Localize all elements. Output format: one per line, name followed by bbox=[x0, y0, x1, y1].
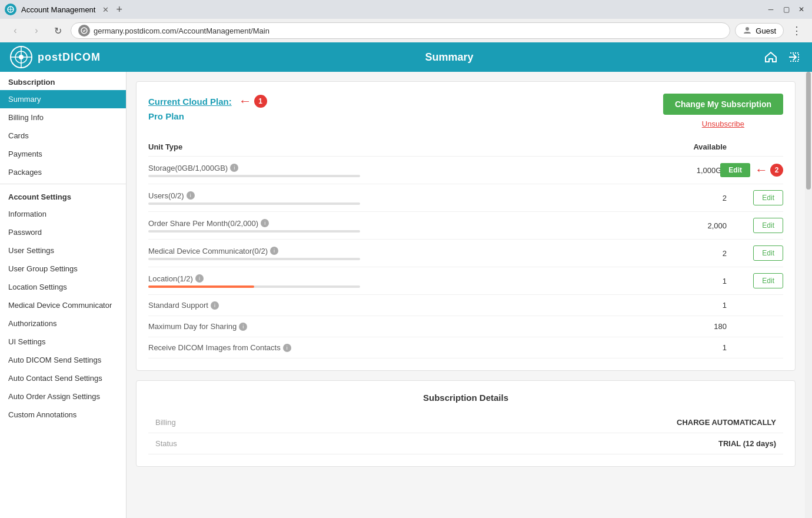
edit-button-4[interactable]: Edit bbox=[753, 273, 783, 288]
sidebar-item-auto-dicom[interactable]: Auto DICOM Send Settings bbox=[0, 351, 126, 369]
maximize-button[interactable]: ▢ bbox=[780, 4, 792, 15]
table-row-2: Order Share Per Month(0/2,000) i2,000Edi… bbox=[148, 212, 783, 240]
back-button[interactable]: ‹ bbox=[7, 22, 24, 39]
row-label-7: Receive DICOM Images from Contacts i bbox=[148, 343, 689, 352]
browser-window: Account Management ✕ + ─ ▢ ✕ ‹ › ↻ germa… bbox=[0, 0, 812, 518]
row-label-text-7: Receive DICOM Images from Contacts i bbox=[148, 343, 689, 352]
billing-value: CHARGE AUTOMATICALLY bbox=[466, 412, 784, 433]
row-action-3: Edit bbox=[736, 245, 783, 261]
logo-text: postDICOM bbox=[38, 51, 101, 64]
browser-favicon bbox=[5, 4, 16, 15]
sidebar-item-location-settings[interactable]: Location Settings bbox=[0, 278, 126, 296]
close-button[interactable]: ✕ bbox=[796, 4, 807, 15]
home-icon[interactable] bbox=[763, 49, 779, 65]
sidebar-item-summary[interactable]: Summary bbox=[0, 90, 126, 108]
sidebar-item-ui-settings[interactable]: UI Settings bbox=[0, 333, 126, 351]
sidebar-item-user-settings[interactable]: User Settings bbox=[0, 241, 126, 260]
annotation-2: ←2 bbox=[755, 162, 783, 178]
scrollbar-thumb[interactable] bbox=[806, 72, 811, 190]
header-icons bbox=[763, 49, 803, 65]
row-value-5: 1 bbox=[689, 301, 736, 310]
app-header: postDICOM Summary bbox=[0, 42, 812, 72]
col-unit-header: Unit Type bbox=[148, 142, 689, 151]
edit-button-3[interactable]: Edit bbox=[753, 245, 783, 261]
sidebar-item-packages[interactable]: Packages bbox=[0, 163, 126, 181]
subscription-card: Current Cloud Plan: ← 1 Pro Plan Change … bbox=[136, 81, 796, 371]
url-text: germany.postdicom.com/AccountManagement/… bbox=[94, 26, 269, 35]
sidebar-item-auto-order[interactable]: Auto Order Assign Settings bbox=[0, 387, 126, 406]
subscription-header: Current Cloud Plan: ← 1 Pro Plan Change … bbox=[148, 94, 783, 128]
sidebar-item-cards[interactable]: Cards bbox=[0, 127, 126, 145]
url-bar[interactable]: germany.postdicom.com/AccountManagement/… bbox=[71, 22, 730, 39]
row-label-4: Location(1/2) i bbox=[148, 274, 689, 288]
edit-button-1[interactable]: Edit bbox=[753, 190, 783, 205]
logout-icon[interactable] bbox=[786, 49, 803, 65]
billing-label: Billing bbox=[148, 412, 466, 433]
subscription-section-header: Subscription bbox=[0, 72, 126, 90]
info-icon-7[interactable]: i bbox=[283, 344, 291, 352]
sidebar-item-user-group-settings[interactable]: User Group Settings bbox=[0, 260, 126, 278]
table-row-5: Standard Support i1 bbox=[148, 295, 783, 316]
info-icon-3[interactable]: i bbox=[270, 247, 278, 255]
left-arrow-icon-1: ← bbox=[239, 94, 252, 109]
minimize-button[interactable]: ─ bbox=[765, 4, 777, 15]
plan-info: Current Cloud Plan: ← 1 Pro Plan bbox=[148, 94, 267, 121]
plan-name: Pro Plan bbox=[148, 111, 267, 121]
col-available-header: Available bbox=[689, 142, 736, 151]
sidebar-item-password[interactable]: Password bbox=[0, 223, 126, 241]
sidebar-item-payments[interactable]: Payments bbox=[0, 145, 126, 163]
more-button[interactable]: ⋮ bbox=[788, 22, 805, 39]
current-plan-link[interactable]: Current Cloud Plan: bbox=[148, 97, 232, 107]
change-subscription-button[interactable]: Change My Subscription bbox=[663, 94, 783, 115]
row-value-2: 2,000 bbox=[689, 221, 736, 230]
sidebar: Subscription SummaryBilling InfoCardsPay… bbox=[0, 72, 127, 518]
sub-details-title: Subscription Details bbox=[148, 393, 783, 403]
table-row-1: Users(0/2) i2Edit bbox=[148, 184, 783, 212]
row-label-2: Order Share Per Month(0/2,000) i bbox=[148, 219, 689, 233]
row-action-4: Edit bbox=[736, 273, 783, 288]
scrollbar[interactable] bbox=[805, 72, 812, 518]
sidebar-item-custom-annotations[interactable]: Custom Annotations bbox=[0, 406, 126, 424]
status-row: Status TRIAL (12 days) bbox=[148, 433, 783, 454]
row-value-7: 1 bbox=[689, 343, 736, 352]
row-label-text-4: Location(1/2) i bbox=[148, 274, 689, 283]
row-progress-1 bbox=[148, 202, 360, 205]
col-action-header bbox=[736, 142, 783, 151]
row-progress-4 bbox=[148, 285, 360, 288]
sub-details-table: Billing CHARGE AUTOMATICALLY Status TRIA… bbox=[148, 412, 783, 454]
forward-button[interactable]: › bbox=[28, 22, 45, 39]
unsubscribe-link[interactable]: Unsubscribe bbox=[702, 119, 744, 128]
sidebar-item-information[interactable]: Information bbox=[0, 205, 126, 223]
main-layout: Subscription SummaryBilling InfoCardsPay… bbox=[0, 72, 812, 518]
sidebar-item-auto-contact[interactable]: Auto Contact Send Settings bbox=[0, 369, 126, 387]
info-icon-1[interactable]: i bbox=[187, 191, 195, 200]
new-tab-btn[interactable]: + bbox=[116, 4, 122, 16]
billing-row: Billing CHARGE AUTOMATICALLY bbox=[148, 412, 783, 433]
title-bar: Account Management ✕ + ─ ▢ ✕ bbox=[0, 0, 812, 19]
sidebar-item-medical-device[interactable]: Medical Device Communicator bbox=[0, 296, 126, 314]
reload-button[interactable]: ↻ bbox=[49, 22, 66, 39]
edit-button-0[interactable]: Edit bbox=[720, 163, 750, 177]
row-label-1: Users(0/2) i bbox=[148, 191, 689, 205]
info-icon-6[interactable]: i bbox=[239, 323, 247, 331]
row-label-text-6: Maximum Day for Sharing i bbox=[148, 322, 689, 331]
sidebar-item-authorizations[interactable]: Authorizations bbox=[0, 314, 126, 333]
info-icon-5[interactable]: i bbox=[211, 301, 219, 310]
sidebar-item-billing-info[interactable]: Billing Info bbox=[0, 108, 126, 127]
header-actions: Change My Subscription Unsubscribe bbox=[663, 94, 783, 128]
row-progress-0 bbox=[148, 175, 360, 177]
table-row-7: Receive DICOM Images from Contacts i1 bbox=[148, 337, 783, 358]
row-label-text-3: Medical Device Communicator(0/2) i bbox=[148, 247, 689, 255]
info-icon-4[interactable]: i bbox=[195, 274, 204, 283]
table-row-6: Maximum Day for Sharing i180 bbox=[148, 316, 783, 337]
info-icon-2[interactable]: i bbox=[261, 219, 269, 227]
subscription-details-card: Subscription Details Billing CHARGE AUTO… bbox=[136, 380, 796, 467]
tab-title: Account Management bbox=[21, 5, 95, 14]
row-label-3: Medical Device Communicator(0/2) i bbox=[148, 247, 689, 260]
edit-button-2[interactable]: Edit bbox=[753, 218, 783, 233]
guest-button[interactable]: Guest bbox=[735, 23, 784, 38]
account-settings-section-header: Account Settings bbox=[0, 187, 126, 205]
table-row-3: Medical Device Communicator(0/2) i2Edit bbox=[148, 240, 783, 267]
tab-close-icon[interactable]: ✕ bbox=[102, 5, 109, 14]
info-icon-0[interactable]: i bbox=[230, 164, 238, 172]
